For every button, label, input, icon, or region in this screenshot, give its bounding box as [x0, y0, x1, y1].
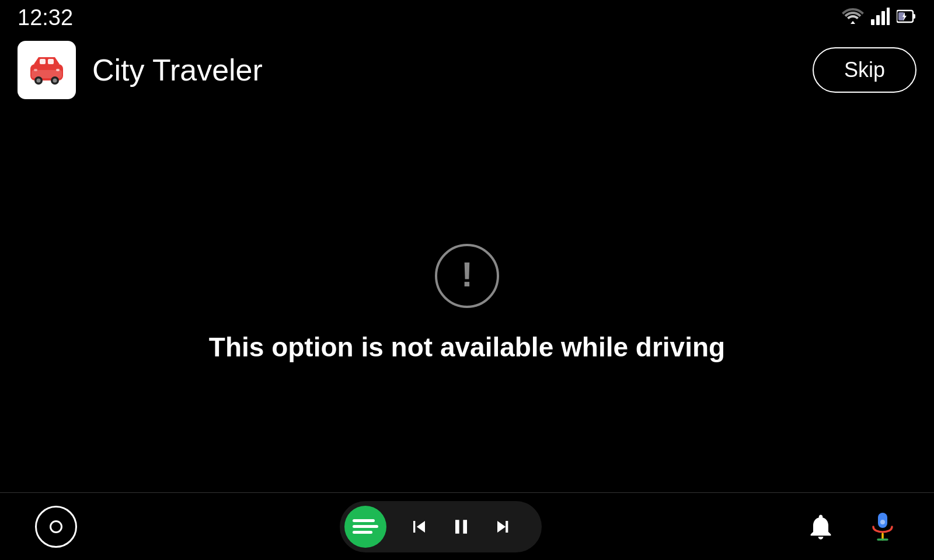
bottom-bar: [0, 493, 934, 560]
svg-rect-11: [48, 59, 54, 64]
svg-rect-16: [56, 69, 60, 71]
pause-icon: [449, 515, 473, 538]
signal-icon: [871, 8, 890, 27]
skip-previous-icon: [407, 515, 431, 538]
pause-button[interactable]: [440, 506, 482, 548]
clock: 12:32: [18, 5, 73, 30]
app-identity: City Traveler: [18, 41, 263, 99]
app-logo: [18, 41, 76, 99]
spotify-bar-2: [353, 525, 378, 528]
warning-message: This option is not available while drivi…: [209, 331, 725, 363]
exclamation-icon: !: [461, 257, 473, 292]
media-controls: [340, 501, 542, 552]
svg-rect-3: [887, 8, 890, 25]
svg-rect-21: [880, 520, 885, 524]
bell-button[interactable]: [804, 510, 837, 543]
microphone-icon: [869, 512, 897, 542]
svg-rect-2: [881, 11, 885, 25]
spotify-bar-1: [353, 519, 375, 522]
app-title: City Traveler: [92, 52, 263, 88]
status-icons: [842, 8, 916, 27]
svg-rect-10: [40, 59, 46, 64]
previous-button[interactable]: [398, 506, 440, 548]
svg-rect-9: [32, 70, 62, 78]
mic-button[interactable]: [866, 510, 899, 543]
svg-rect-1: [876, 15, 880, 25]
svg-point-15: [53, 79, 57, 83]
battery-icon: [897, 8, 916, 27]
warning-icon: !: [435, 244, 499, 308]
main-content: ! This option is not available while dri…: [0, 117, 934, 490]
spotify-bars-icon: [353, 519, 378, 534]
app-header: City Traveler Skip: [18, 41, 916, 99]
right-icons: [804, 510, 899, 543]
svg-point-13: [37, 79, 41, 83]
status-bar: 12:32: [0, 0, 934, 35]
spotify-logo[interactable]: [344, 506, 386, 548]
home-button[interactable]: [35, 506, 77, 548]
svg-rect-0: [871, 19, 874, 25]
next-button[interactable]: [482, 506, 524, 548]
home-button-inner: [50, 520, 62, 533]
skip-button[interactable]: Skip: [813, 47, 916, 93]
svg-rect-5: [913, 14, 915, 19]
svg-rect-17: [34, 69, 37, 71]
spotify-bar-3: [353, 531, 372, 534]
bell-icon: [806, 512, 836, 542]
wifi-icon: [842, 8, 864, 27]
skip-next-icon: [492, 515, 515, 538]
